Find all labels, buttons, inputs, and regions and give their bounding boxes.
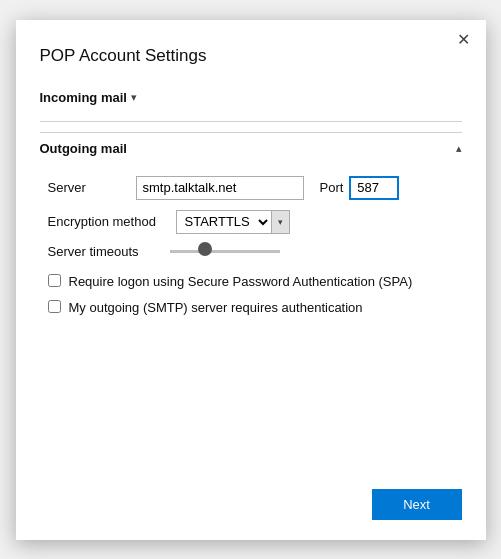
timeout-row: Server timeouts	[48, 244, 462, 259]
next-button[interactable]: Next	[372, 489, 462, 520]
spa-checkbox-row: Require logon using Secure Password Auth…	[48, 273, 462, 291]
encryption-select[interactable]: STARTTLS None SSL/TLS	[177, 211, 271, 233]
dialog-footer: Next	[40, 469, 462, 520]
outgoing-mail-header[interactable]: Outgoing mail ▴	[40, 132, 462, 164]
port-label: Port	[320, 180, 344, 195]
encryption-select-wrapper[interactable]: STARTTLS None SSL/TLS ▾	[176, 210, 290, 234]
incoming-mail-section: Incoming mail ▾	[40, 90, 462, 111]
dialog: ✕ POP Account Settings Incoming mail ▾ O…	[16, 20, 486, 540]
port-input[interactable]	[349, 176, 399, 200]
smtp-auth-checkbox[interactable]	[48, 300, 61, 313]
outgoing-mail-section: Outgoing mail ▴ Server Port Encryption m…	[40, 132, 462, 325]
select-arrow-icon: ▾	[271, 211, 289, 233]
close-button[interactable]: ✕	[452, 28, 476, 52]
timeout-slider[interactable]	[170, 250, 280, 253]
server-port-row: Server Port	[48, 176, 462, 200]
server-input[interactable]	[136, 176, 304, 200]
server-timeouts-label: Server timeouts	[48, 244, 158, 259]
spa-checkbox[interactable]	[48, 274, 61, 287]
incoming-mail-header[interactable]: Incoming mail ▾	[40, 90, 462, 105]
incoming-mail-label: Incoming mail	[40, 90, 127, 105]
section-divider	[40, 121, 462, 122]
outgoing-mail-label: Outgoing mail	[40, 141, 127, 156]
spa-checkbox-label: Require logon using Secure Password Auth…	[69, 273, 413, 291]
dialog-title: POP Account Settings	[40, 46, 462, 66]
slider-container	[170, 250, 280, 253]
outgoing-mail-chevron: ▴	[456, 142, 462, 155]
server-label: Server	[48, 180, 128, 195]
smtp-auth-checkbox-row: My outgoing (SMTP) server requires authe…	[48, 299, 462, 317]
smtp-auth-checkbox-label: My outgoing (SMTP) server requires authe…	[69, 299, 363, 317]
encryption-label: Encryption method	[48, 214, 168, 229]
incoming-mail-chevron: ▾	[131, 91, 137, 104]
encryption-row: Encryption method STARTTLS None SSL/TLS …	[48, 210, 462, 234]
